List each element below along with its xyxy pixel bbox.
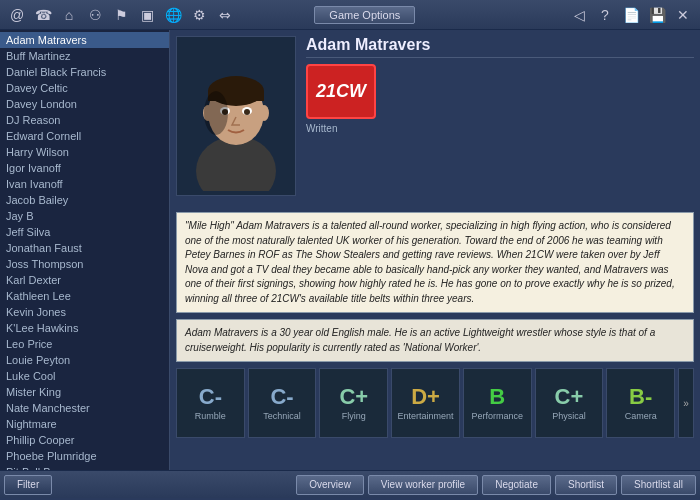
sidebar-item[interactable]: Davey Celtic bbox=[0, 80, 169, 96]
shortlist-all-button[interactable]: Shortlist all bbox=[621, 475, 696, 495]
sidebar-item[interactable]: Daniel Black Francis bbox=[0, 64, 169, 80]
sidebar-item[interactable]: Jacob Bailey bbox=[0, 192, 169, 208]
ratings-row: C-RumbleC-TechnicalC+FlyingD+Entertainme… bbox=[176, 368, 694, 438]
sidebar-item[interactable]: K'Lee Hawkins bbox=[0, 320, 169, 336]
bio-text: "Mile High" Adam Matravers is a talented… bbox=[176, 212, 694, 313]
sidebar-item[interactable]: Igor Ivanoff bbox=[0, 160, 169, 176]
sidebar-item[interactable]: Davey London bbox=[0, 96, 169, 112]
svg-point-9 bbox=[244, 109, 250, 115]
sidebar-item[interactable]: Louie Peyton bbox=[0, 352, 169, 368]
description-text: Adam Matravers is a 30 year old English … bbox=[176, 319, 694, 362]
sidebar-item[interactable]: Kathleen Lee bbox=[0, 288, 169, 304]
promotion-badge: 21CW bbox=[306, 64, 376, 119]
expand-ratings-button[interactable]: » bbox=[678, 368, 694, 438]
home-icon[interactable]: ⌂ bbox=[58, 4, 80, 26]
sidebar-item[interactable]: Luke Cool bbox=[0, 368, 169, 384]
rating-grade: B- bbox=[629, 386, 652, 408]
sidebar-item[interactable]: Jeff Silva bbox=[0, 224, 169, 240]
flag-icon[interactable]: ⚑ bbox=[110, 4, 132, 26]
sidebar-item[interactable]: Leo Price bbox=[0, 336, 169, 352]
sidebar-item[interactable]: Phoebe Plumridge bbox=[0, 448, 169, 464]
rating-grade: C- bbox=[199, 386, 222, 408]
phone-icon[interactable]: ☎ bbox=[32, 4, 54, 26]
sidebar-item[interactable]: Joss Thompson bbox=[0, 256, 169, 272]
worker-photo bbox=[176, 36, 296, 196]
worker-list: Adam MatraversBuff MartinezDaniel Black … bbox=[0, 30, 170, 470]
rating-label: Flying bbox=[342, 411, 366, 421]
sidebar-item[interactable]: Jay B bbox=[0, 208, 169, 224]
sidebar-item[interactable]: Harry Wilson bbox=[0, 144, 169, 160]
rating-label: Physical bbox=[552, 411, 586, 421]
arrows-icon[interactable]: ⇔ bbox=[214, 4, 236, 26]
rating-card-camera: B-Camera bbox=[606, 368, 675, 438]
sidebar-item[interactable]: Jonathan Faust bbox=[0, 240, 169, 256]
sidebar-item[interactable]: Mister King bbox=[0, 384, 169, 400]
badge-area: 21CW Written bbox=[306, 64, 694, 134]
rating-card-performance: BPerformance bbox=[463, 368, 532, 438]
rating-grade: C- bbox=[270, 386, 293, 408]
rating-grade: B bbox=[489, 386, 505, 408]
sidebar-item[interactable]: Phillip Cooper bbox=[0, 432, 169, 448]
top-section: Adam Matravers 21CW Written bbox=[176, 36, 694, 206]
bottom-bar: Filter Overview View worker profile Nego… bbox=[0, 470, 700, 498]
negotiate-button[interactable]: Negotiate bbox=[482, 475, 551, 495]
rating-card-entertainment: D+Entertainment bbox=[391, 368, 460, 438]
volume-icon[interactable]: ◁ bbox=[568, 4, 590, 26]
doc-icon[interactable]: 📄 bbox=[620, 4, 642, 26]
toolbar-right: ◁ ? 📄 💾 ✕ bbox=[568, 4, 694, 26]
written-label: Written bbox=[306, 123, 338, 134]
rating-card-rumble: C-Rumble bbox=[176, 368, 245, 438]
worker-name-heading: Adam Matravers bbox=[306, 36, 694, 58]
gear-icon[interactable]: ⚙ bbox=[188, 4, 210, 26]
sidebar-item[interactable]: Nightmare bbox=[0, 416, 169, 432]
save-icon[interactable]: 💾 bbox=[646, 4, 668, 26]
overview-button[interactable]: Overview bbox=[296, 475, 364, 495]
rating-label: Rumble bbox=[195, 411, 226, 421]
content-area: Adam Matravers 21CW Written "Mile High" … bbox=[170, 30, 700, 470]
rating-label: Entertainment bbox=[398, 411, 454, 421]
rating-label: Performance bbox=[471, 411, 523, 421]
game-options-button[interactable]: Game Options bbox=[314, 6, 415, 24]
rating-card-physical: C+Physical bbox=[535, 368, 604, 438]
sidebar-item[interactable]: Ivan Ivanoff bbox=[0, 176, 169, 192]
rating-grade: D+ bbox=[411, 386, 440, 408]
rating-card-technical: C-Technical bbox=[248, 368, 317, 438]
rating-grade: C+ bbox=[339, 386, 368, 408]
sidebar-item[interactable]: Adam Matravers bbox=[0, 32, 169, 48]
rating-label: Technical bbox=[263, 411, 301, 421]
sidebar-item[interactable]: Pit Bull Brown bbox=[0, 464, 169, 470]
close-icon[interactable]: ✕ bbox=[672, 4, 694, 26]
sidebar-item[interactable]: Edward Cornell bbox=[0, 128, 169, 144]
worker-info: Adam Matravers 21CW Written bbox=[306, 36, 694, 206]
rating-grade: C+ bbox=[555, 386, 584, 408]
sidebar-item[interactable]: Karl Dexter bbox=[0, 272, 169, 288]
globe-icon[interactable]: 🌐 bbox=[162, 4, 184, 26]
svg-point-11 bbox=[259, 105, 269, 121]
shortlist-button[interactable]: Shortlist bbox=[555, 475, 617, 495]
person-icon[interactable]: ⚇ bbox=[84, 4, 106, 26]
sidebar-item[interactable]: DJ Reason bbox=[0, 112, 169, 128]
sidebar-item[interactable]: Buff Martinez bbox=[0, 48, 169, 64]
rating-label: Camera bbox=[625, 411, 657, 421]
sidebar-item[interactable]: Nate Manchester bbox=[0, 400, 169, 416]
rating-card-flying: C+Flying bbox=[319, 368, 388, 438]
help-icon[interactable]: ? bbox=[594, 4, 616, 26]
toolbar: @ ☎ ⌂ ⚇ ⚑ ▣ 🌐 ⚙ ⇔ Game Options ◁ ? 📄 💾 ✕ bbox=[0, 0, 700, 30]
svg-point-12 bbox=[204, 91, 228, 135]
view-profile-button[interactable]: View worker profile bbox=[368, 475, 478, 495]
at-icon[interactable]: @ bbox=[6, 4, 28, 26]
filter-button[interactable]: Filter bbox=[4, 475, 52, 495]
sidebar-item[interactable]: Kevin Jones bbox=[0, 304, 169, 320]
main-layout: Adam MatraversBuff MartinezDaniel Black … bbox=[0, 30, 700, 470]
tv-icon[interactable]: ▣ bbox=[136, 4, 158, 26]
